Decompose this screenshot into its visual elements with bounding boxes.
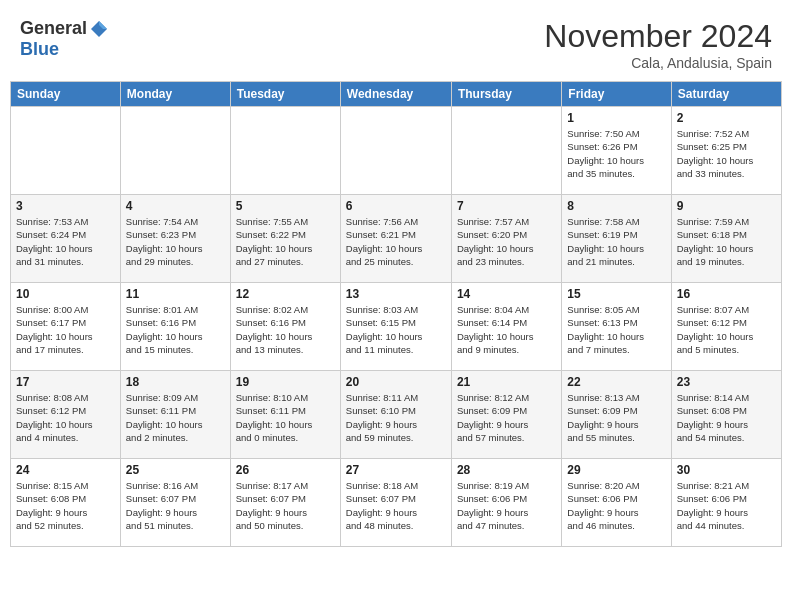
day-number: 29 — [567, 463, 665, 477]
weekday-header-monday: Monday — [120, 82, 230, 107]
day-info: Sunrise: 8:05 AMSunset: 6:13 PMDaylight:… — [567, 303, 665, 356]
day-number: 23 — [677, 375, 776, 389]
calendar-cell — [120, 107, 230, 195]
calendar-cell: 29Sunrise: 8:20 AMSunset: 6:06 PMDayligh… — [562, 459, 671, 547]
day-number: 18 — [126, 375, 225, 389]
day-number: 26 — [236, 463, 335, 477]
calendar-cell: 24Sunrise: 8:15 AMSunset: 6:08 PMDayligh… — [11, 459, 121, 547]
day-info: Sunrise: 8:02 AMSunset: 6:16 PMDaylight:… — [236, 303, 335, 356]
calendar-cell: 30Sunrise: 8:21 AMSunset: 6:06 PMDayligh… — [671, 459, 781, 547]
day-info: Sunrise: 8:11 AMSunset: 6:10 PMDaylight:… — [346, 391, 446, 444]
day-number: 9 — [677, 199, 776, 213]
calendar-week-2: 10Sunrise: 8:00 AMSunset: 6:17 PMDayligh… — [11, 283, 782, 371]
day-number: 10 — [16, 287, 115, 301]
calendar-cell: 12Sunrise: 8:02 AMSunset: 6:16 PMDayligh… — [230, 283, 340, 371]
day-number: 21 — [457, 375, 556, 389]
calendar-week-0: 1Sunrise: 7:50 AMSunset: 6:26 PMDaylight… — [11, 107, 782, 195]
calendar-cell: 23Sunrise: 8:14 AMSunset: 6:08 PMDayligh… — [671, 371, 781, 459]
day-number: 28 — [457, 463, 556, 477]
day-number: 6 — [346, 199, 446, 213]
day-number: 12 — [236, 287, 335, 301]
day-info: Sunrise: 7:55 AMSunset: 6:22 PMDaylight:… — [236, 215, 335, 268]
calendar-cell: 8Sunrise: 7:58 AMSunset: 6:19 PMDaylight… — [562, 195, 671, 283]
day-number: 14 — [457, 287, 556, 301]
calendar-cell: 26Sunrise: 8:17 AMSunset: 6:07 PMDayligh… — [230, 459, 340, 547]
day-info: Sunrise: 7:50 AMSunset: 6:26 PMDaylight:… — [567, 127, 665, 180]
weekday-header-saturday: Saturday — [671, 82, 781, 107]
calendar-cell: 25Sunrise: 8:16 AMSunset: 6:07 PMDayligh… — [120, 459, 230, 547]
calendar-cell: 7Sunrise: 7:57 AMSunset: 6:20 PMDaylight… — [451, 195, 561, 283]
day-info: Sunrise: 7:54 AMSunset: 6:23 PMDaylight:… — [126, 215, 225, 268]
day-number: 8 — [567, 199, 665, 213]
calendar-cell: 1Sunrise: 7:50 AMSunset: 6:26 PMDaylight… — [562, 107, 671, 195]
day-info: Sunrise: 8:16 AMSunset: 6:07 PMDaylight:… — [126, 479, 225, 532]
day-info: Sunrise: 8:14 AMSunset: 6:08 PMDaylight:… — [677, 391, 776, 444]
day-info: Sunrise: 8:13 AMSunset: 6:09 PMDaylight:… — [567, 391, 665, 444]
calendar-cell: 6Sunrise: 7:56 AMSunset: 6:21 PMDaylight… — [340, 195, 451, 283]
calendar-cell: 27Sunrise: 8:18 AMSunset: 6:07 PMDayligh… — [340, 459, 451, 547]
day-number: 24 — [16, 463, 115, 477]
calendar-cell: 15Sunrise: 8:05 AMSunset: 6:13 PMDayligh… — [562, 283, 671, 371]
calendar-cell: 9Sunrise: 7:59 AMSunset: 6:18 PMDaylight… — [671, 195, 781, 283]
day-number: 19 — [236, 375, 335, 389]
day-info: Sunrise: 7:59 AMSunset: 6:18 PMDaylight:… — [677, 215, 776, 268]
calendar-cell: 17Sunrise: 8:08 AMSunset: 6:12 PMDayligh… — [11, 371, 121, 459]
calendar-table: SundayMondayTuesdayWednesdayThursdayFrid… — [10, 81, 782, 547]
calendar-cell: 19Sunrise: 8:10 AMSunset: 6:11 PMDayligh… — [230, 371, 340, 459]
day-info: Sunrise: 8:20 AMSunset: 6:06 PMDaylight:… — [567, 479, 665, 532]
calendar-cell: 22Sunrise: 8:13 AMSunset: 6:09 PMDayligh… — [562, 371, 671, 459]
month-title: November 2024 — [544, 18, 772, 55]
day-info: Sunrise: 8:17 AMSunset: 6:07 PMDaylight:… — [236, 479, 335, 532]
day-number: 1 — [567, 111, 665, 125]
day-number: 20 — [346, 375, 446, 389]
day-number: 2 — [677, 111, 776, 125]
calendar-week-3: 17Sunrise: 8:08 AMSunset: 6:12 PMDayligh… — [11, 371, 782, 459]
day-info: Sunrise: 8:19 AMSunset: 6:06 PMDaylight:… — [457, 479, 556, 532]
logo: General Blue — [20, 18, 109, 60]
calendar-week-4: 24Sunrise: 8:15 AMSunset: 6:08 PMDayligh… — [11, 459, 782, 547]
weekday-header-friday: Friday — [562, 82, 671, 107]
day-number: 25 — [126, 463, 225, 477]
logo-blue-text: Blue — [20, 39, 59, 59]
weekday-header-sunday: Sunday — [11, 82, 121, 107]
day-number: 11 — [126, 287, 225, 301]
calendar-cell — [11, 107, 121, 195]
page-header: General Blue November 2024 Cala, Andalus… — [10, 10, 782, 75]
calendar-cell — [451, 107, 561, 195]
day-info: Sunrise: 8:10 AMSunset: 6:11 PMDaylight:… — [236, 391, 335, 444]
calendar-cell: 21Sunrise: 8:12 AMSunset: 6:09 PMDayligh… — [451, 371, 561, 459]
day-info: Sunrise: 8:15 AMSunset: 6:08 PMDaylight:… — [16, 479, 115, 532]
title-block: November 2024 Cala, Andalusia, Spain — [544, 18, 772, 71]
calendar-cell: 11Sunrise: 8:01 AMSunset: 6:16 PMDayligh… — [120, 283, 230, 371]
calendar-cell: 10Sunrise: 8:00 AMSunset: 6:17 PMDayligh… — [11, 283, 121, 371]
calendar-cell — [230, 107, 340, 195]
day-number: 5 — [236, 199, 335, 213]
day-info: Sunrise: 8:18 AMSunset: 6:07 PMDaylight:… — [346, 479, 446, 532]
calendar-cell: 2Sunrise: 7:52 AMSunset: 6:25 PMDaylight… — [671, 107, 781, 195]
calendar-cell: 14Sunrise: 8:04 AMSunset: 6:14 PMDayligh… — [451, 283, 561, 371]
calendar-week-1: 3Sunrise: 7:53 AMSunset: 6:24 PMDaylight… — [11, 195, 782, 283]
weekday-header-thursday: Thursday — [451, 82, 561, 107]
calendar-cell: 20Sunrise: 8:11 AMSunset: 6:10 PMDayligh… — [340, 371, 451, 459]
location: Cala, Andalusia, Spain — [544, 55, 772, 71]
calendar-cell: 5Sunrise: 7:55 AMSunset: 6:22 PMDaylight… — [230, 195, 340, 283]
day-number: 22 — [567, 375, 665, 389]
day-info: Sunrise: 7:57 AMSunset: 6:20 PMDaylight:… — [457, 215, 556, 268]
day-number: 13 — [346, 287, 446, 301]
day-number: 4 — [126, 199, 225, 213]
day-info: Sunrise: 8:08 AMSunset: 6:12 PMDaylight:… — [16, 391, 115, 444]
day-info: Sunrise: 7:58 AMSunset: 6:19 PMDaylight:… — [567, 215, 665, 268]
day-info: Sunrise: 7:56 AMSunset: 6:21 PMDaylight:… — [346, 215, 446, 268]
day-number: 3 — [16, 199, 115, 213]
day-number: 30 — [677, 463, 776, 477]
day-number: 27 — [346, 463, 446, 477]
day-number: 15 — [567, 287, 665, 301]
logo-general-text: General — [20, 18, 87, 39]
day-info: Sunrise: 7:52 AMSunset: 6:25 PMDaylight:… — [677, 127, 776, 180]
day-number: 17 — [16, 375, 115, 389]
calendar-cell: 18Sunrise: 8:09 AMSunset: 6:11 PMDayligh… — [120, 371, 230, 459]
calendar-cell: 4Sunrise: 7:54 AMSunset: 6:23 PMDaylight… — [120, 195, 230, 283]
day-info: Sunrise: 8:03 AMSunset: 6:15 PMDaylight:… — [346, 303, 446, 356]
weekday-header-tuesday: Tuesday — [230, 82, 340, 107]
day-info: Sunrise: 8:21 AMSunset: 6:06 PMDaylight:… — [677, 479, 776, 532]
